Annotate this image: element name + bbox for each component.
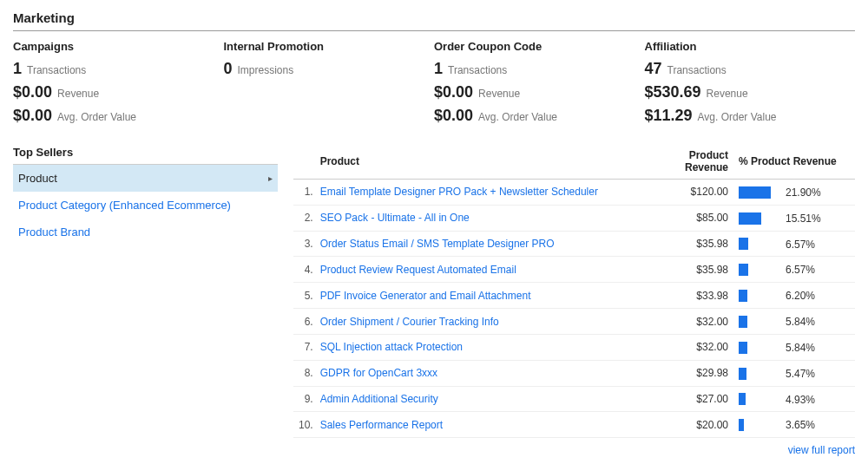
pct-bar-fill xyxy=(739,393,746,405)
pct-bar-fill xyxy=(739,186,771,199)
metric-card: Order Coupon Code1Transactions$0.00Reven… xyxy=(434,40,645,130)
metric-label: Revenue xyxy=(707,88,748,100)
table-row: 8.GDPR for OpenCart 3xxx$29.985.47% xyxy=(293,360,855,386)
metric-line: 1Transactions xyxy=(13,60,224,78)
product-link[interactable]: Admin Additional Security xyxy=(320,393,438,405)
metric-value: 1 xyxy=(13,60,22,78)
row-product-cell: SQL Injection attack Protection xyxy=(315,334,638,360)
sidebar-item-label: Product Category (Enhanced Ecommerce) xyxy=(18,199,231,212)
row-product-cell: Sales Performance Report xyxy=(315,412,638,438)
product-link[interactable]: Order Shipment / Courier Tracking Info xyxy=(320,316,499,328)
top-sellers-sidebar: Top Sellers Product▸Product Category (En… xyxy=(13,146,278,456)
row-product-cell: Order Shipment / Courier Tracking Info xyxy=(315,309,638,335)
row-index: 9. xyxy=(293,386,315,412)
product-link[interactable]: Email Template Designer PRO Pack + Newsl… xyxy=(320,186,598,198)
row-pct-revenue: 5.84% xyxy=(733,334,855,360)
row-product-cell: Order Status Email / SMS Template Design… xyxy=(315,231,638,257)
pct-text: 5.47% xyxy=(786,368,815,380)
metric-value: 0 xyxy=(224,60,233,78)
row-product-cell: GDPR for OpenCart 3xxx xyxy=(315,360,638,386)
metric-value: $530.69 xyxy=(645,83,701,101)
metric-value: 47 xyxy=(645,60,662,78)
table-row: 5.PDF Invoice Generator and Email Attach… xyxy=(293,283,855,309)
metric-card-title: Campaigns xyxy=(13,40,224,53)
metric-line: $530.69Revenue xyxy=(645,83,856,101)
sidebar-item[interactable]: Product Category (Enhanced Ecommerce) xyxy=(13,192,278,219)
table-row: 6.Order Shipment / Courier Tracking Info… xyxy=(293,309,855,335)
sidebar-item-label: Product xyxy=(18,172,57,185)
row-revenue: $29.98 xyxy=(638,360,733,386)
product-link[interactable]: Sales Performance Report xyxy=(320,419,443,431)
row-revenue: $32.00 xyxy=(638,309,733,335)
chevron-right-icon: ▸ xyxy=(268,173,273,183)
row-revenue: $120.00 xyxy=(638,180,733,206)
pct-text: 15.51% xyxy=(786,212,821,225)
section-title-marketing: Marketing xyxy=(13,10,855,31)
metric-line: 47Transactions xyxy=(645,60,856,78)
table-row: 2.SEO Pack - Ultimate - All in One$85.00… xyxy=(293,205,855,231)
row-index: 4. xyxy=(293,257,315,283)
pct-bar-fill xyxy=(739,419,744,431)
metrics-row: Campaigns1Transactions$0.00Revenue$0.00A… xyxy=(13,40,855,130)
pct-text: 6.57% xyxy=(786,238,815,250)
table-row: 1.Email Template Designer PRO Pack + New… xyxy=(293,180,855,206)
pct-bar xyxy=(739,419,782,431)
row-index: 1. xyxy=(293,180,315,206)
top-sellers-table: Product Product Revenue % Product Revenu… xyxy=(293,146,855,438)
pct-text: 5.84% xyxy=(786,342,815,354)
metric-label: Avg. Order Value xyxy=(478,111,557,123)
metric-label: Avg. Order Value xyxy=(698,111,777,123)
metric-line: $0.00Avg. Order Value xyxy=(434,107,645,125)
sidebar-title: Top Sellers xyxy=(13,146,278,165)
product-link[interactable]: PDF Invoice Generator and Email Attachme… xyxy=(320,290,531,302)
pct-bar-fill xyxy=(739,212,761,225)
metric-value: $0.00 xyxy=(434,107,473,125)
row-pct-revenue: 4.93% xyxy=(733,386,855,412)
metric-label: Revenue xyxy=(57,88,99,100)
product-link[interactable]: SEO Pack - Ultimate - All in One xyxy=(320,212,470,224)
pct-bar xyxy=(739,316,782,328)
metric-value: $0.00 xyxy=(13,83,52,101)
metric-value: $11.29 xyxy=(645,107,693,125)
pct-bar xyxy=(739,186,782,199)
pct-text: 3.65% xyxy=(786,419,815,431)
pct-bar xyxy=(739,212,782,225)
metric-line: 1Transactions xyxy=(434,60,645,78)
row-pct-revenue: 3.65% xyxy=(733,412,855,438)
product-link[interactable]: Product Review Request Automated Email xyxy=(320,264,516,276)
row-pct-revenue: 21.90% xyxy=(733,180,855,206)
metric-card-title: Affiliation xyxy=(645,40,856,53)
row-index: 6. xyxy=(293,309,315,335)
pct-text: 6.57% xyxy=(786,264,815,276)
pct-bar xyxy=(739,238,782,250)
row-revenue: $27.00 xyxy=(638,386,733,412)
metric-line: $0.00Avg. Order Value xyxy=(13,107,224,125)
pct-bar-fill xyxy=(739,316,747,328)
pct-bar-fill xyxy=(739,342,747,354)
view-full-report-link[interactable]: view full report xyxy=(788,444,855,456)
pct-bar xyxy=(739,290,782,302)
row-pct-revenue: 5.47% xyxy=(733,360,855,386)
sidebar-item[interactable]: Product▸ xyxy=(13,165,278,192)
col-pct-product-revenue: % Product Revenue xyxy=(733,146,855,180)
sidebar-item[interactable]: Product Brand xyxy=(13,219,278,245)
row-index: 10. xyxy=(293,412,315,438)
row-pct-revenue: 6.20% xyxy=(733,283,855,309)
pct-text: 4.93% xyxy=(786,393,815,405)
pct-bar xyxy=(739,393,782,405)
metric-line: $11.29Avg. Order Value xyxy=(645,107,856,125)
metric-value: $0.00 xyxy=(13,107,52,125)
row-revenue: $33.98 xyxy=(638,283,733,309)
row-pct-revenue: 6.57% xyxy=(733,231,855,257)
metric-card-title: Order Coupon Code xyxy=(434,40,645,53)
metric-value: $0.00 xyxy=(434,83,473,101)
product-link[interactable]: GDPR for OpenCart 3xxx xyxy=(320,367,437,379)
metric-label: Revenue xyxy=(478,88,520,100)
row-product-cell: PDF Invoice Generator and Email Attachme… xyxy=(315,283,638,309)
product-link[interactable]: Order Status Email / SMS Template Design… xyxy=(320,238,555,250)
col-product-revenue: Product Revenue xyxy=(638,146,733,180)
product-link[interactable]: SQL Injection attack Protection xyxy=(320,341,463,353)
metric-card: Affiliation47Transactions$530.69Revenue$… xyxy=(645,40,856,130)
row-pct-revenue: 15.51% xyxy=(733,205,855,231)
pct-bar xyxy=(739,264,782,276)
